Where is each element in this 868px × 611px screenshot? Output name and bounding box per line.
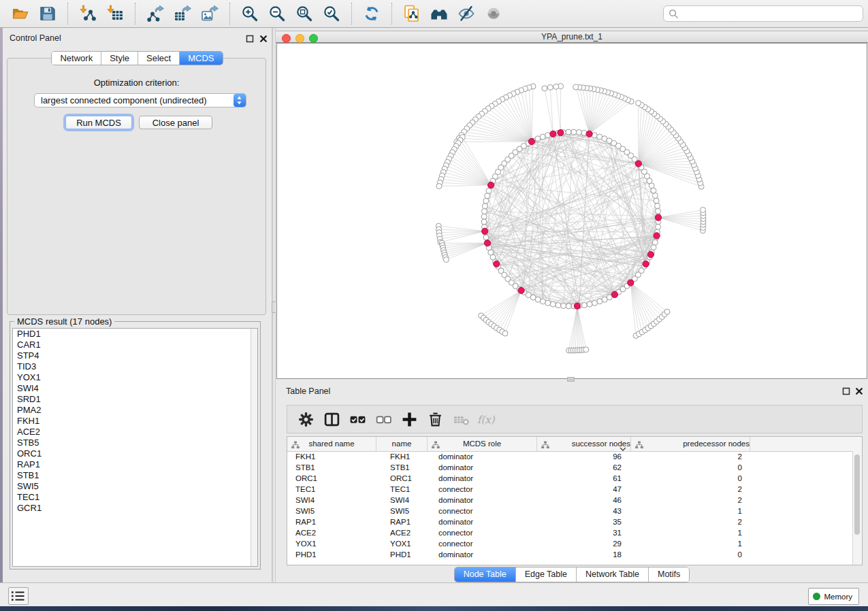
column-header-name[interactable]: name [376, 437, 428, 451]
table-cell[interactable]: 46 [537, 495, 631, 506]
deselect-all-icon[interactable] [373, 409, 393, 429]
table-cell[interactable]: connector [428, 506, 537, 516]
mcds-result-node[interactable]: PHD1 [13, 329, 257, 340]
table-cell[interactable]: connector [428, 538, 537, 549]
table-cell[interactable]: 18 [537, 549, 631, 560]
float-table-panel-icon[interactable] [842, 387, 850, 395]
table-cell[interactable]: PHD1 [287, 549, 376, 560]
table-cell[interactable]: STB1 [287, 462, 376, 473]
export-network-icon[interactable] [144, 3, 166, 24]
mcds-list-scrollbar[interactable] [251, 329, 257, 566]
table-cell[interactable]: RAP1 [376, 516, 428, 527]
memory-button[interactable]: Memory [808, 588, 859, 605]
table-cell[interactable]: YOX1 [287, 538, 376, 549]
table-tab-edge-table[interactable]: Edge Table [516, 567, 577, 582]
table-cell[interactable]: RAP1 [287, 516, 376, 527]
column-header-predecessor-nodes[interactable]: predecessor nodes [631, 437, 750, 451]
binoculars-icon[interactable] [428, 3, 450, 24]
zoom-fit-content-icon[interactable] [293, 3, 315, 24]
tab-style[interactable]: Style [101, 52, 138, 65]
network-view-canvas[interactable] [276, 43, 867, 379]
table-row[interactable]: SWI5SWI5connector431 [287, 506, 862, 516]
mcds-result-node[interactable]: PMA2 [13, 405, 257, 416]
table-row[interactable]: RAP1RAP1dominator352 [287, 516, 862, 527]
tab-select[interactable]: Select [138, 52, 180, 65]
table-cell[interactable]: FKH1 [376, 451, 428, 462]
table-row[interactable]: FKH1FKH1dominator962 [287, 451, 862, 462]
search-box[interactable] [663, 5, 863, 22]
open-session-icon[interactable] [10, 3, 31, 24]
zoom-out-icon[interactable] [266, 3, 288, 24]
table-cell[interactable]: 2 [631, 451, 750, 462]
table-tab-motifs[interactable]: Motifs [649, 567, 689, 582]
mcds-result-node[interactable]: STB5 [13, 437, 257, 448]
export-table-icon[interactable] [172, 3, 193, 24]
mcds-result-node[interactable]: TEC1 [13, 492, 257, 503]
table-cell[interactable]: YOX1 [376, 538, 428, 549]
close-panel-button[interactable]: Close panel [139, 116, 212, 129]
table-row[interactable]: ACE2ACE2connector311 [287, 527, 862, 538]
zoom-in-icon[interactable] [239, 3, 261, 24]
column-header-mcds-role[interactable]: MCDS role [428, 437, 537, 451]
export-image-icon[interactable] [199, 3, 221, 24]
column-header-successor-nodes[interactable]: successor nodes [537, 437, 631, 451]
table-cell[interactable]: 2 [631, 495, 750, 506]
table-cell[interactable]: dominator [428, 462, 537, 473]
mcds-result-node[interactable]: STB1 [13, 470, 257, 481]
table-cell[interactable]: 2 [631, 516, 750, 527]
show-columns-icon[interactable] [321, 409, 342, 429]
save-session-icon[interactable] [37, 3, 59, 24]
table-cell[interactable]: 0 [631, 473, 750, 484]
close-table-panel-icon[interactable] [855, 387, 863, 395]
table-cell[interactable]: SWI5 [376, 506, 428, 516]
table-cell[interactable]: dominator [428, 516, 537, 527]
search-input[interactable] [681, 7, 863, 20]
select-all-icon[interactable] [347, 409, 368, 429]
delete-rows-icon[interactable] [425, 409, 445, 429]
table-cell[interactable]: ORC1 [376, 473, 428, 484]
table-cell[interactable]: 35 [537, 516, 631, 527]
table-cell[interactable]: PHD1 [376, 549, 428, 560]
table-cell[interactable]: dominator [428, 451, 537, 462]
table-cell[interactable]: 1 [631, 538, 750, 549]
table-cell[interactable]: 43 [537, 506, 631, 516]
table-cell[interactable]: SWI5 [287, 506, 376, 516]
float-window-icon[interactable] [246, 35, 254, 43]
mcds-result-node[interactable]: CAR1 [13, 340, 257, 350]
scrollbar-thumb[interactable] [854, 455, 860, 535]
mcds-result-node[interactable]: SWI5 [13, 481, 257, 492]
table-cell[interactable]: connector [428, 484, 537, 495]
mcds-result-node[interactable]: STP4 [13, 350, 257, 361]
table-cell[interactable]: 0 [631, 549, 750, 560]
tab-network[interactable]: Network [52, 52, 101, 65]
table-cell[interactable]: 31 [537, 527, 631, 538]
table-cell[interactable]: 61 [537, 473, 631, 484]
import-network-icon[interactable] [77, 3, 99, 24]
table-row[interactable]: ORC1ORC1dominator610 [287, 473, 862, 484]
table-cell[interactable]: STB1 [376, 462, 428, 473]
table-cell[interactable]: FKH1 [287, 451, 376, 462]
mcds-result-node[interactable]: ACE2 [13, 427, 257, 437]
table-tab-network-table[interactable]: Network Table [577, 567, 649, 582]
refresh-view-icon[interactable] [361, 3, 383, 24]
table-cell[interactable]: TEC1 [287, 484, 376, 495]
table-row[interactable]: PHD1PHD1dominator180 [287, 549, 862, 560]
table-cell[interactable]: ACE2 [287, 527, 376, 538]
optimization-criterion-select[interactable]: largest connected component (undirected) [34, 93, 246, 108]
clone-network-icon[interactable] [401, 3, 423, 24]
table-row[interactable]: STB1STB1dominator620 [287, 462, 862, 473]
table-row[interactable]: TEC1TEC1connector472 [287, 484, 862, 495]
panel-menu-button[interactable] [8, 587, 29, 605]
hide-selected-icon[interactable] [455, 3, 477, 24]
add-column-icon[interactable] [399, 409, 419, 429]
mcds-result-node[interactable]: ORC1 [13, 448, 257, 459]
mcds-result-list[interactable]: PHD1CAR1STP4TID3YOX1SWI4SRD1PMA2FKH1ACE2… [12, 328, 258, 567]
show-all-icon[interactable] [483, 3, 504, 24]
table-cell[interactable]: TEC1 [376, 484, 428, 495]
table-cell[interactable]: 62 [537, 462, 631, 473]
table-row[interactable]: SWI4SWI4dominator462 [287, 495, 862, 506]
column-header-shared-name[interactable]: shared name [287, 437, 376, 451]
table-cell[interactable]: ACE2 [376, 527, 428, 538]
table-cell[interactable]: 1 [631, 506, 750, 516]
table-row[interactable]: YOX1YOX1connector291 [287, 538, 862, 549]
